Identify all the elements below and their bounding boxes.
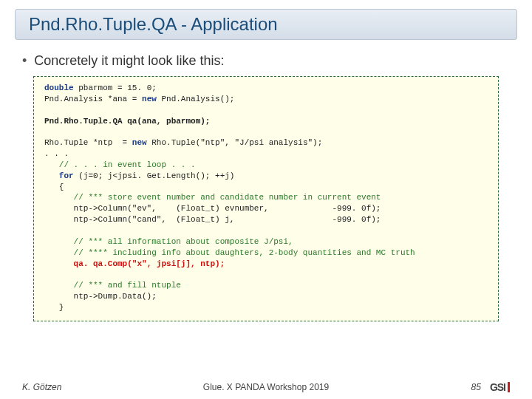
page-number: 85 — [471, 382, 481, 392]
code-kw: for — [59, 171, 74, 180]
code-text: (j=0; j<jpsi. Get.Length(); ++j) — [74, 171, 235, 180]
code-comment: // . . . in event loop . . . — [44, 160, 196, 169]
code-text: ntp->Column("cand", (Float_t) j, -999. 0… — [44, 215, 381, 224]
code-kw: double — [44, 83, 74, 92]
code-text: Rho.Tuple("ntp", "J/psi analysis"); — [147, 138, 323, 147]
code-kw: new — [132, 138, 147, 147]
title-bar: Pnd.Rho.Tuple.QA - Application — [15, 9, 517, 40]
code-text: ntp->Column("ev", (Float_t) evnumber, -9… — [44, 204, 381, 213]
code-text: . . . — [44, 149, 69, 158]
bullet-text: Concretely it might look like this: — [34, 53, 224, 68]
footer-author: K. Götzen — [22, 382, 61, 392]
code-comment: // *** and fill ntuple — [44, 281, 181, 290]
logo-text: GSI — [490, 381, 505, 393]
code-text: } — [44, 303, 64, 312]
code-text: Pnd.Analysis *ana = — [44, 95, 142, 103]
code-text: ntp->Dump.Data(); — [44, 292, 157, 301]
code-text: Pnd.Analysis(); — [157, 95, 235, 103]
code-text: Pnd.Rho.Tuple.QA qa(ana, pbarmom); — [44, 117, 210, 126]
bullet-line: •Concretely it might look like this: — [22, 53, 510, 69]
code-kw: new — [142, 95, 157, 103]
footer: K. Götzen Glue. X PANDA Workshop 2019 85… — [0, 381, 532, 393]
slide-title: Pnd.Rho.Tuple.QA - Application — [29, 14, 278, 35]
code-text — [44, 259, 74, 268]
bullet-dot: • — [22, 53, 27, 68]
code-text: Rho.Tuple *ntp = — [44, 138, 132, 147]
code-comment: // **** including info about daughters, … — [44, 248, 415, 257]
code-text: { — [44, 183, 64, 191]
footer-event: Glue. X PANDA Workshop 2019 — [203, 382, 329, 392]
code-text — [44, 171, 59, 180]
code-text: pbarmom = 15. 0; — [74, 83, 157, 92]
code-block: double pbarmom = 15. 0; Pnd.Analysis *an… — [33, 76, 499, 321]
gsi-logo: GSI — [490, 381, 510, 393]
code-comment: // *** all information about composite J… — [44, 237, 293, 246]
code-comment: // *** store event number and candidate … — [44, 193, 381, 202]
logo-bar — [508, 382, 510, 392]
code-highlight: qa. qa.Comp("x", jpsi[j], ntp); — [74, 259, 225, 268]
